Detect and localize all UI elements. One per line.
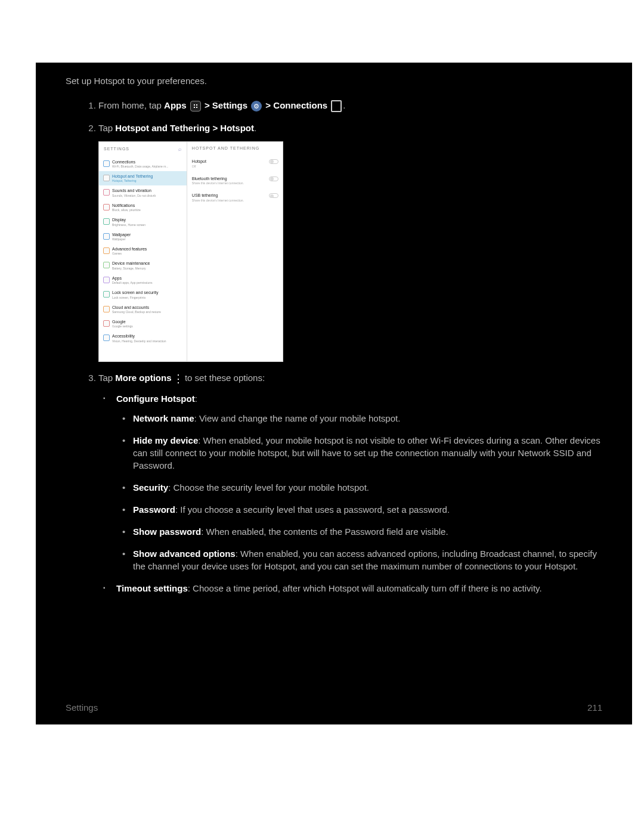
page-content: Set up Hotspot to your preferences. From…: [36, 63, 632, 724]
settings-row: Device maintenanceBattery, Storage, Memo…: [99, 258, 187, 272]
settings-row: Advanced featuresGames: [99, 244, 187, 258]
apps-icon: [190, 101, 201, 112]
settings-row: AccessibilityVision, Hearing, Dexterity …: [99, 331, 187, 345]
search-icon: ⌕: [178, 145, 182, 153]
screenshot-left-header: SETTINGS ⌕: [99, 142, 187, 157]
step1-connections: Connections: [273, 100, 327, 110]
step-3: Tap More options to set these options: C…: [98, 371, 602, 594]
step2-bold: Hotspot and Tethering > Hotspot: [115, 123, 254, 133]
toggle-icon: [269, 176, 278, 181]
step3-prefix: Tap: [98, 373, 115, 383]
settings-row: Hotspot and TetheringHotspot, Tethering: [99, 171, 187, 185]
settings-row: ConnectionsWi-Fi, Bluetooth, Data usage,…: [99, 157, 187, 171]
settings-gear-icon: [251, 101, 262, 112]
options-list: Configure Hotspot: Network name: View an…: [98, 392, 602, 594]
page-footer: Settings 211: [66, 701, 602, 714]
step3-suffix: to set these options:: [185, 373, 265, 383]
settings-screenshot: SETTINGS ⌕ ConnectionsWi-Fi, Bluetooth, …: [98, 141, 283, 362]
opt-show-advanced: Show advanced options: When enabled, you…: [133, 547, 602, 572]
settings-row: Lock screen and securityLock screen, Fin…: [99, 287, 187, 302]
more-options-icon: [175, 373, 181, 384]
tethering-row: USB tetheringShare this device's Interne…: [187, 189, 283, 206]
connections-icon: [331, 100, 342, 112]
opt-password: Password: If you choose a security level…: [133, 503, 602, 516]
configure-hotspot-item: Configure Hotspot: Network name: View an…: [116, 392, 602, 572]
settings-row: AppsDefault apps, App permissions: [99, 273, 187, 287]
tethering-row: Bluetooth tetheringShare this device's I…: [187, 172, 283, 190]
opt-show-password: Show password: When enabled, the content…: [133, 525, 602, 538]
step2-period: .: [254, 123, 256, 133]
settings-row: NotificationsBlock, allow, prioritize: [99, 200, 187, 215]
timeout-settings-item: Timeout settings: Choose a time period, …: [116, 582, 602, 594]
configure-heading: Configure Hotspot: [116, 394, 195, 404]
step3-more: More options: [115, 373, 171, 383]
toggle-icon: [269, 193, 278, 198]
footer-section: Settings: [66, 701, 98, 714]
screenshot-right-header: HOTSPOT AND TETHERING: [187, 142, 283, 155]
step1-apps: Apps: [164, 100, 187, 110]
step1-settings: Settings: [212, 100, 247, 110]
tethering-row: HotspotOff: [187, 155, 283, 172]
steps-list: From home, tap Apps > Settings > Connect…: [66, 99, 602, 594]
intro-text: Set up Hotspot to your preferences.: [66, 75, 602, 87]
step1-gt2: >: [265, 100, 273, 110]
step2-prefix: Tap: [98, 123, 115, 133]
opt-network-name: Network name: View and change the name o…: [133, 412, 602, 425]
settings-row: GoogleGoogle settings: [99, 317, 187, 331]
opt-security: Security: Choose the security level for …: [133, 481, 602, 494]
step-2: Tap Hotspot and Tethering > Hotspot. SET…: [98, 122, 602, 362]
configure-sublist: Network name: View and change the name o…: [116, 412, 602, 572]
settings-row: WallpaperWallpaper: [99, 230, 187, 244]
settings-row: Cloud and accountsSamsung Cloud, Backup …: [99, 302, 187, 317]
left-header-text: SETTINGS: [104, 146, 129, 152]
settings-row: Sounds and vibrationSounds, Vibration, D…: [99, 185, 187, 200]
screenshot-right-pane: HOTSPOT AND TETHERING HotspotOffBluetoot…: [187, 142, 283, 361]
screenshot-left-pane: SETTINGS ⌕ ConnectionsWi-Fi, Bluetooth, …: [99, 142, 187, 361]
right-header-text: HOTSPOT AND TETHERING: [192, 145, 259, 151]
step1-period: .: [343, 100, 345, 110]
footer-page-number: 211: [587, 701, 602, 714]
step1-prefix: From home, tap: [98, 100, 164, 110]
step1-gt1: >: [205, 100, 212, 110]
toggle-icon: [269, 159, 278, 164]
opt-hide-device: Hide my device: When enabled, your mobil…: [133, 434, 602, 472]
settings-row: DisplayBrightness, Home screen: [99, 215, 187, 229]
step-1: From home, tap Apps > Settings > Connect…: [98, 99, 602, 112]
